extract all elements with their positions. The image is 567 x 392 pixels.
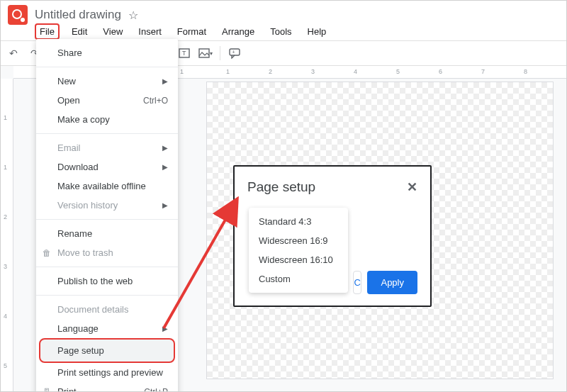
option-custom[interactable]: Custom bbox=[249, 269, 348, 289]
chevron-right-icon: ▶ bbox=[162, 77, 168, 85]
apply-button[interactable]: Apply bbox=[367, 271, 417, 294]
svg-text:T: T bbox=[182, 50, 186, 57]
menu-arrange[interactable]: Arrange bbox=[218, 25, 258, 38]
menu-rename[interactable]: Rename bbox=[36, 224, 178, 243]
chevron-right-icon: ▶ bbox=[162, 325, 168, 332]
menu-share[interactable]: Share bbox=[36, 43, 178, 62]
dialog-title: Page setup bbox=[247, 179, 315, 195]
print-icon: 🖶 bbox=[42, 387, 52, 393]
menu-view[interactable]: View bbox=[99, 25, 126, 38]
comment-icon[interactable]: + bbox=[228, 46, 242, 60]
menu-bar: File Edit View Insert Format Arrange Too… bbox=[1, 25, 566, 40]
toolbar-separator bbox=[220, 46, 220, 60]
menu-format[interactable]: Format bbox=[174, 25, 210, 38]
option-standard[interactable]: Standard 4:3 bbox=[249, 212, 348, 231]
ruler-vertical: 1 1 2 3 4 5 bbox=[1, 79, 13, 391]
chevron-right-icon: ▶ bbox=[162, 201, 168, 209]
menu-file[interactable]: File bbox=[35, 23, 60, 40]
menu-move-to-trash: 🗑 Move to trash bbox=[36, 243, 178, 262]
menu-page-setup[interactable]: Page setup bbox=[40, 340, 174, 362]
title-bar: Untitled drawing ☆ bbox=[1, 1, 566, 25]
doc-title[interactable]: Untitled drawing bbox=[35, 8, 121, 22]
shortcut-label: Ctrl+O bbox=[143, 96, 168, 106]
cancel-button[interactable]: Cancel bbox=[353, 271, 361, 294]
image-icon[interactable]: ▾ bbox=[198, 46, 213, 60]
menu-email[interactable]: Email▶ bbox=[36, 138, 178, 157]
menu-publish[interactable]: Publish to the web bbox=[36, 271, 178, 291]
page-setup-dialog: Page setup ✕ Standard 4:3 Widescreen 16:… bbox=[233, 165, 432, 307]
option-widescreen-1610[interactable]: Widescreen 16:10 bbox=[249, 250, 348, 269]
chevron-right-icon: ▶ bbox=[162, 144, 168, 152]
page-setup-options: Standard 4:3 Widescreen 16:9 Widescreen … bbox=[249, 208, 348, 293]
menu-offline[interactable]: Make available offline bbox=[36, 177, 178, 196]
chevron-right-icon: ▶ bbox=[162, 163, 168, 171]
menu-edit[interactable]: Edit bbox=[68, 25, 91, 38]
menu-make-copy[interactable]: Make a copy bbox=[36, 110, 178, 129]
menu-insert[interactable]: Insert bbox=[135, 25, 165, 38]
undo-icon[interactable]: ↶ bbox=[6, 46, 21, 60]
menu-new[interactable]: New▶ bbox=[36, 72, 178, 91]
menu-language[interactable]: Language▶ bbox=[36, 319, 178, 338]
option-widescreen-169[interactable]: Widescreen 16:9 bbox=[249, 231, 348, 250]
star-icon[interactable]: ☆ bbox=[128, 9, 138, 22]
menu-version-history[interactable]: Version history▶ bbox=[36, 196, 178, 215]
menu-print-settings[interactable]: Print settings and preview bbox=[36, 363, 178, 382]
menu-tools[interactable]: Tools bbox=[266, 25, 295, 38]
svg-text:+: + bbox=[232, 50, 235, 55]
app-icon bbox=[8, 5, 28, 25]
textbox-icon[interactable]: T bbox=[177, 46, 191, 60]
menu-doc-details: Document details bbox=[36, 300, 178, 319]
menu-help[interactable]: Help bbox=[304, 25, 330, 38]
file-menu-dropdown: Share New▶ OpenCtrl+O Make a copy Email▶… bbox=[36, 39, 178, 392]
close-icon[interactable]: ✕ bbox=[407, 179, 417, 195]
shortcut-label: Ctrl+P bbox=[144, 387, 168, 393]
svg-rect-2 bbox=[199, 49, 209, 57]
menu-download[interactable]: Download▶ bbox=[36, 157, 178, 177]
menu-print[interactable]: 🖶 PrintCtrl+P bbox=[36, 382, 178, 392]
trash-icon: 🗑 bbox=[42, 248, 52, 258]
menu-open[interactable]: OpenCtrl+O bbox=[36, 91, 178, 110]
